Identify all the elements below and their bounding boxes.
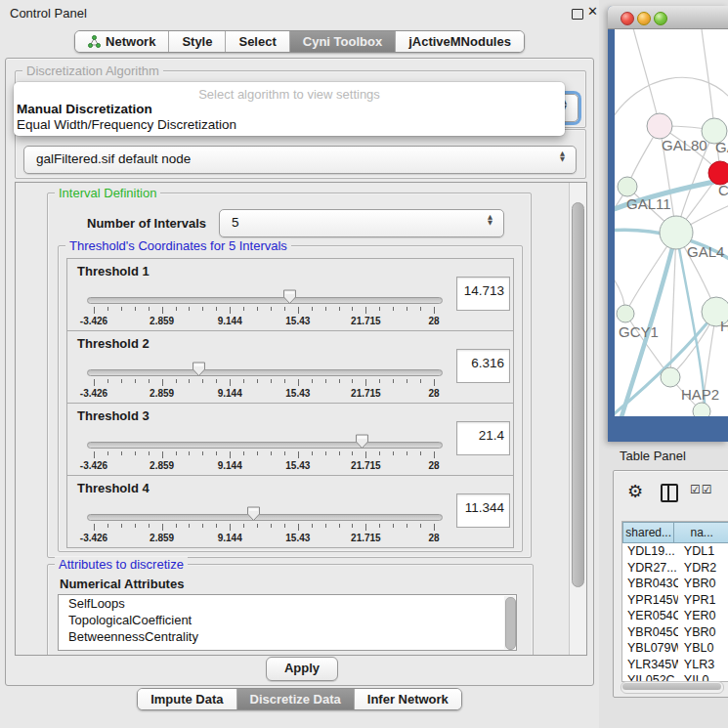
table-cell[interactable]: YLR3: [678, 657, 728, 673]
table-cell[interactable]: YBR0: [678, 624, 728, 641]
table-row[interactable]: YDL19...YDL1: [622, 543, 728, 560]
slider-tick-label: -3.426: [80, 460, 107, 471]
attribute-item-topologicalcoefficient[interactable]: TopologicalCoefficient: [59, 612, 516, 628]
threshold-value-field[interactable]: 11.344: [456, 493, 510, 528]
table-cell[interactable]: YLR345W: [622, 657, 678, 673]
threshold-box: Threshold 1-3.4262.8599.14415.4321.71528…: [66, 258, 514, 331]
select-columns-icons[interactable]: ☑☑: [690, 483, 713, 496]
table-cell[interactable]: YBL0: [678, 640, 728, 657]
slider-handle[interactable]: [282, 288, 297, 305]
table-row[interactable]: YDR27...YDR2: [622, 560, 728, 577]
tab-network[interactable]: Network: [75, 31, 168, 52]
apply-button[interactable]: Apply: [266, 657, 338, 681]
column-selector-icon[interactable]: [661, 484, 678, 502]
close-icon[interactable]: ✕: [587, 4, 598, 19]
table-cell[interactable]: YDL19...: [622, 543, 678, 560]
minimize-traffic-icon[interactable]: [637, 12, 651, 25]
table-row[interactable]: YER054CYER0: [622, 608, 728, 624]
table-row[interactable]: YBL079WYBL0: [622, 640, 728, 657]
table-data-combo[interactable]: galFiltered.sif default node ▲▼: [23, 146, 577, 174]
slider-track[interactable]: [87, 369, 443, 376]
slider-track[interactable]: [87, 514, 443, 521]
network-edge[interactable]: [632, 29, 660, 126]
gear-icon[interactable]: ⚙: [627, 481, 643, 501]
table-data-value: galFiltered.sif default node: [36, 151, 191, 166]
network-node[interactable]: [661, 367, 680, 387]
column-header[interactable]: na...: [673, 522, 728, 543]
vertical-scrollbar[interactable]: [569, 183, 586, 655]
slider-track[interactable]: [87, 297, 443, 304]
table-row[interactable]: YPR145WYPR1: [622, 592, 728, 609]
threshold-value-field[interactable]: 14.713: [456, 277, 510, 311]
slider-handle[interactable]: [246, 505, 261, 522]
network-node[interactable]: [647, 113, 672, 139]
dropdown-option-equal-width-frequency-discretization[interactable]: Equal Width/Frequency Discretization: [14, 117, 565, 133]
table-cell[interactable]: YPR145W: [622, 592, 678, 609]
threshold-slider[interactable]: -3.4262.8599.14415.4321.71528: [67, 476, 513, 547]
network-view[interactable]: GAL80GACGAL11GAL4GCY1HHAP2: [615, 29, 728, 416]
table-cell[interactable]: YPR1: [678, 592, 728, 609]
table-cell[interactable]: YDL1: [678, 543, 728, 560]
threshold-value-field[interactable]: 6.316: [456, 349, 510, 383]
tab-select[interactable]: Select: [225, 31, 288, 52]
tab-label: Discretize Data: [250, 692, 341, 707]
table-cell[interactable]: YDR27...: [622, 560, 678, 577]
close-traffic-icon[interactable]: [621, 12, 634, 25]
tab-label: Select: [238, 34, 276, 49]
num-intervals-combo[interactable]: 5 ▲▼: [219, 209, 504, 237]
table-cell[interactable]: YBR0: [678, 576, 728, 592]
combo-stepper-icon[interactable]: ▲▼: [486, 214, 494, 226]
threshold-slider[interactable]: -3.4262.8599.14415.4321.71528: [67, 404, 513, 475]
node-label-hap2: HAP2: [681, 386, 719, 403]
scrollbar-thumb[interactable]: [622, 683, 721, 690]
list-scrollbar[interactable]: [504, 596, 515, 649]
table-toolbar: ⚙ ☑☑: [614, 479, 728, 512]
slider-tick: [216, 307, 217, 311]
column-header[interactable]: shared...: [622, 522, 674, 543]
tab-infer-network[interactable]: Infer Network: [354, 689, 461, 709]
table-cell[interactable]: YDR2: [678, 560, 728, 577]
tab-cyni-toolbox[interactable]: Cyni Toolbox: [289, 31, 395, 52]
tab-style[interactable]: Style: [168, 31, 225, 52]
attribute-item-selfloops[interactable]: SelfLoops: [59, 595, 516, 612]
network-node[interactable]: [617, 305, 634, 322]
attribute-item-betweennesscentrality[interactable]: BetweennessCentrality: [59, 628, 516, 645]
slider-handle[interactable]: [355, 433, 369, 450]
network-icon: [88, 35, 101, 48]
table-row[interactable]: YBR043CYBR0: [622, 576, 728, 592]
scrollbar-thumb[interactable]: [572, 202, 584, 587]
zoom-traffic-icon[interactable]: [654, 12, 667, 25]
tab-jactivemnodules[interactable]: jActiveMNodules: [395, 31, 524, 52]
horizontal-scrollbar[interactable]: [621, 681, 724, 694]
threshold-slider[interactable]: -3.4262.8599.14415.4321.71528: [67, 259, 513, 330]
tab-impute-data[interactable]: Impute Data: [138, 689, 236, 709]
slider-tick: [298, 524, 299, 531]
slider-tick: [121, 524, 122, 528]
table-row[interactable]: YLR345WYLR3: [622, 657, 728, 673]
table-cell[interactable]: YER054C: [622, 608, 678, 624]
slider-tick: [434, 307, 435, 314]
slider-tick: [393, 451, 394, 455]
network-node[interactable]: [618, 177, 637, 196]
network-window-titlebar[interactable]: [608, 6, 728, 29]
tab-discretize-data[interactable]: Discretize Data: [236, 689, 354, 709]
slider-tick: [243, 451, 244, 455]
table-cell[interactable]: YBL079W: [622, 640, 678, 657]
combo-stepper-icon[interactable]: ▲▼: [558, 150, 567, 162]
dropdown-option-manual-discretization[interactable]: Manual Discretization: [14, 102, 565, 117]
threshold-slider[interactable]: -3.4262.8599.14415.4321.71528: [67, 331, 513, 403]
float-window-icon[interactable]: [572, 9, 583, 20]
slider-track[interactable]: [87, 442, 443, 449]
slider-tick: [176, 524, 177, 528]
attributes-list[interactable]: SelfLoopsTopologicalCoefficientBetweenne…: [58, 594, 517, 651]
table-row[interactable]: YBR045CYBR0: [622, 624, 728, 641]
attributes-group-label: Attributes to discretize: [55, 557, 188, 572]
threshold-value-field[interactable]: 21.4: [456, 421, 510, 455]
slider-handle[interactable]: [192, 361, 206, 377]
table-cell[interactable]: YER0: [678, 608, 728, 624]
interval-definition-label: Interval Definition: [55, 186, 160, 200]
table-cell[interactable]: YBR045C: [622, 624, 678, 641]
table-cell[interactable]: YBR043C: [622, 576, 678, 592]
network-node[interactable]: [693, 403, 710, 416]
slider-tick: [379, 307, 380, 311]
